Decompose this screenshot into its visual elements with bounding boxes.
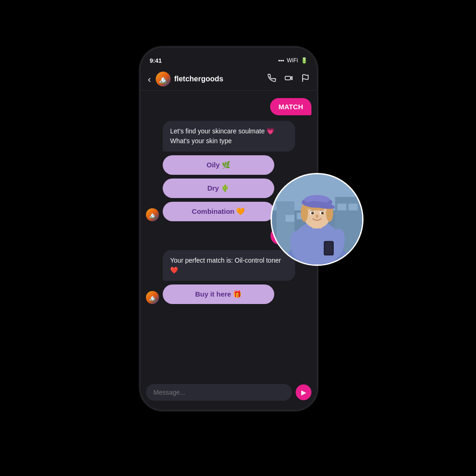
product-bubble: Your perfect match is: Oil-control toner… <box>163 250 295 281</box>
app-scene: 9:41 ▪▪▪ WiFi 🔋 ‹ 🏔️ fletchergoods <box>140 47 336 429</box>
user-photo-overlay <box>271 173 364 266</box>
svg-rect-10 <box>349 204 357 211</box>
svg-point-27 <box>311 212 314 215</box>
svg-point-29 <box>316 214 318 218</box>
bot-avatar-2: 🏔️ <box>146 291 159 304</box>
sent-match-bubble: MATCH <box>270 98 311 115</box>
svg-rect-9 <box>337 204 346 211</box>
back-button[interactable]: ‹ <box>148 74 151 85</box>
status-bar: 9:41 ▪▪▪ WiFi 🔋 <box>140 47 317 68</box>
send-button[interactable]: ▶ <box>296 384 311 400</box>
received-product-block: 🏔️ Your perfect match is: Oil-control to… <box>146 250 311 304</box>
status-time: 9:41 <box>150 57 162 64</box>
oily-option-button[interactable]: Oily 🌿 <box>163 155 274 175</box>
message-input[interactable] <box>146 384 292 401</box>
svg-rect-7 <box>285 215 294 222</box>
wifi-icon: WiFi <box>287 57 298 64</box>
battery-icon: 🔋 <box>301 57 308 64</box>
flag-icon[interactable] <box>301 74 310 85</box>
input-bar: ▶ <box>140 379 317 410</box>
dry-option-button[interactable]: Dry 🌵 <box>163 178 274 198</box>
svg-rect-0 <box>285 76 291 80</box>
product-content: Your perfect match is: Oil-control toner… <box>163 250 295 304</box>
combination-option-button[interactable]: Combination 🧡 <box>163 202 274 221</box>
svg-rect-16 <box>324 242 332 255</box>
person-illustration <box>272 174 362 264</box>
nav-bar: ‹ 🏔️ fletchergoods <box>140 68 317 91</box>
signal-icon: ▪▪▪ <box>278 57 284 64</box>
contact-name[interactable]: fletchergoods <box>174 75 264 83</box>
buy-button[interactable]: Buy it here 🎁 <box>163 284 274 304</box>
status-icons: ▪▪▪ WiFi 🔋 <box>278 57 308 64</box>
avatar-emoji: 🏔️ <box>159 75 168 84</box>
nav-action-icons <box>268 74 310 85</box>
contact-avatar: 🏔️ <box>156 72 171 86</box>
bot-avatar-1: 🏔️ <box>146 208 159 221</box>
svg-point-28 <box>321 212 324 215</box>
skintype-question-bubble: Let's find your skincare soulmate 💗 What… <box>163 121 295 152</box>
phone-icon[interactable] <box>268 74 276 85</box>
video-icon[interactable] <box>284 74 293 85</box>
